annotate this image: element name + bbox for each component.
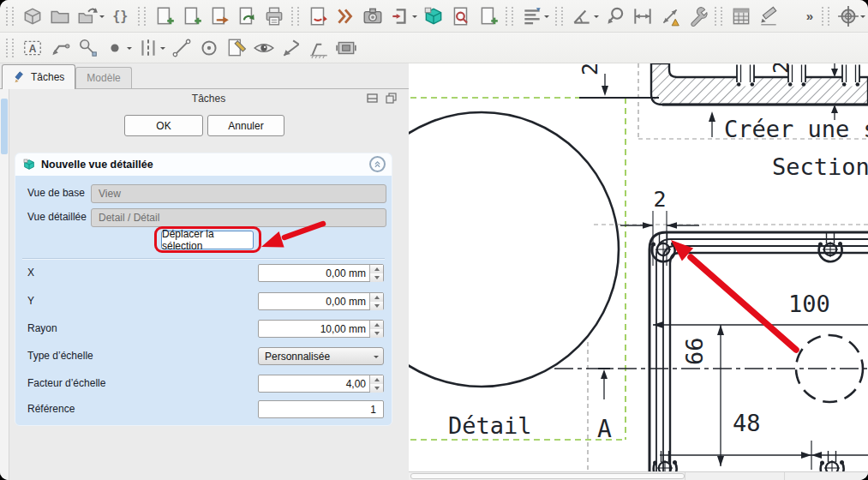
float-panel-icon[interactable] bbox=[386, 93, 397, 104]
cosmetic-line-icon[interactable] bbox=[169, 36, 195, 60]
dropdown-caret-icon[interactable] bbox=[160, 47, 165, 52]
center-circle-icon[interactable] bbox=[196, 36, 222, 60]
cancel-button[interactable]: Annuler bbox=[207, 115, 284, 136]
toolbar-drag-handle[interactable] bbox=[822, 7, 829, 26]
move-selection-button[interactable]: Déplacer la sélection bbox=[161, 231, 254, 249]
separator bbox=[22, 258, 385, 260]
hole-spacing-dimension: 48 bbox=[660, 410, 868, 470]
open-folder-icon[interactable] bbox=[47, 4, 73, 28]
clip-group-icon[interactable] bbox=[387, 4, 419, 28]
horizontal-scrollbar[interactable] bbox=[409, 471, 868, 480]
drawing-canvas[interactable]: 2 2 Créer une sec Section Détail bbox=[409, 63, 868, 480]
welding-symbol-icon[interactable] bbox=[278, 36, 304, 60]
toggle-invisible-edges-icon[interactable] bbox=[251, 36, 277, 60]
panel-scrollbar-handle[interactable] bbox=[1, 99, 8, 154]
toolbar-drag-handle[interactable] bbox=[555, 7, 563, 26]
toolbar-drag-handle[interactable] bbox=[506, 7, 513, 26]
balloon-icon[interactable] bbox=[75, 36, 100, 60]
scale-factor-spinner[interactable] bbox=[369, 375, 383, 392]
detail-view-field[interactable]: Detail / Détail bbox=[91, 208, 386, 227]
chevron-up-icon bbox=[372, 159, 383, 170]
tab-model[interactable]: Modèle bbox=[75, 67, 131, 88]
toolbar-drag-handle[interactable] bbox=[138, 7, 146, 26]
spin-up-icon[interactable] bbox=[370, 265, 383, 273]
y-input[interactable]: 0,00 mm bbox=[258, 292, 384, 310]
create-section-text: Créer une sec bbox=[724, 116, 868, 142]
techdraw-page: 2 2 Créer une sec Section Détail bbox=[409, 63, 868, 471]
detail-view-icon[interactable] bbox=[421, 4, 446, 28]
scale-factor-input[interactable]: 4,00 bbox=[258, 375, 384, 393]
x-input[interactable]: 0,00 mm bbox=[258, 264, 384, 282]
dropdown-caret-icon[interactable] bbox=[99, 15, 105, 21]
spin-up-icon[interactable] bbox=[370, 321, 383, 329]
new-page-icon[interactable] bbox=[152, 4, 177, 28]
cosmetic-eraser-icon[interactable] bbox=[224, 36, 249, 60]
spin-down-icon[interactable] bbox=[370, 384, 383, 393]
x-label: X bbox=[27, 267, 34, 279]
y-spinner[interactable] bbox=[369, 293, 383, 309]
radius-input[interactable]: 10,00 mm bbox=[258, 320, 384, 338]
insert-view-icon[interactable] bbox=[305, 4, 331, 28]
angle-dimension-icon[interactable] bbox=[569, 4, 601, 28]
collapse-button[interactable] bbox=[369, 156, 386, 172]
draft-annotation-icon[interactable] bbox=[756, 4, 781, 28]
export-page-icon[interactable] bbox=[75, 4, 106, 28]
toolbar-overflow-button[interactable]: » bbox=[801, 9, 818, 23]
groupbox-title: Nouvelle vue détaillée bbox=[41, 159, 153, 171]
dock-panel-icon[interactable] bbox=[367, 93, 378, 104]
radius-dimension-icon[interactable] bbox=[602, 4, 628, 28]
toolbar-drag-handle[interactable] bbox=[291, 7, 299, 26]
spin-down-icon[interactable] bbox=[370, 302, 383, 310]
base-view-field[interactable]: View bbox=[91, 184, 386, 203]
annotation-block-icon[interactable] bbox=[728, 4, 754, 28]
dropdown-caret-icon[interactable] bbox=[544, 15, 549, 21]
dropdown-caret-icon[interactable] bbox=[860, 15, 865, 21]
update-page-icon[interactable] bbox=[234, 4, 260, 28]
surface-finish-icon[interactable] bbox=[306, 36, 332, 60]
spin-up-icon[interactable] bbox=[370, 375, 383, 384]
dimension-style-icon[interactable] bbox=[519, 4, 551, 28]
hole-shaft-fit-icon[interactable] bbox=[333, 36, 359, 60]
repair-dimension-icon[interactable] bbox=[685, 4, 710, 28]
toolbar-drag-handle[interactable] bbox=[715, 7, 722, 26]
scrollbar-handle[interactable] bbox=[410, 473, 685, 479]
centerline-icon[interactable] bbox=[135, 36, 167, 60]
print-icon[interactable] bbox=[261, 4, 287, 28]
reference-label: Référence bbox=[27, 403, 75, 415]
spin-down-icon[interactable] bbox=[370, 329, 383, 338]
toolbar-drag-handle[interactable] bbox=[6, 7, 14, 26]
scale-type-combobox[interactable]: Personnalisée bbox=[258, 347, 384, 365]
dropdown-caret-icon[interactable] bbox=[127, 47, 132, 52]
insert-default-page-icon[interactable] bbox=[179, 4, 205, 28]
detail-view-label: Vue détaillée bbox=[27, 211, 87, 223]
scrollbar-tick bbox=[784, 472, 785, 480]
detail-circle bbox=[409, 112, 619, 387]
toolbar-drag-handle[interactable] bbox=[6, 39, 14, 57]
draft-view-icon[interactable] bbox=[476, 4, 501, 28]
dropdown-caret-icon[interactable] bbox=[412, 15, 417, 21]
dropdown-caret-icon[interactable] bbox=[594, 15, 599, 21]
redraw-page-icon[interactable] bbox=[207, 4, 232, 28]
axis-target-icon[interactable] bbox=[835, 4, 867, 28]
leader-line-icon[interactable] bbox=[47, 36, 73, 60]
rich-text-annotation-icon[interactable] bbox=[20, 36, 45, 60]
radius-spinner[interactable] bbox=[369, 321, 383, 337]
detail-label: Détail bbox=[448, 412, 532, 439]
techdraw-workbench-icon[interactable] bbox=[20, 4, 45, 28]
oblique-dimension-icon[interactable] bbox=[657, 4, 683, 28]
spin-up-icon[interactable] bbox=[370, 293, 383, 302]
section-line: A bbox=[554, 369, 868, 443]
length-dimension-icon[interactable] bbox=[630, 4, 655, 28]
reference-input[interactable]: 1 bbox=[258, 400, 384, 418]
x-spinner[interactable] bbox=[369, 265, 383, 281]
cosmetic-vertex-icon[interactable] bbox=[102, 36, 134, 60]
spin-down-icon[interactable] bbox=[370, 273, 383, 282]
spreadsheet-view-icon[interactable] bbox=[448, 4, 474, 28]
svg-text:66: 66 bbox=[681, 337, 708, 365]
macro-icon[interactable] bbox=[108, 4, 134, 28]
ok-button[interactable]: OK bbox=[124, 115, 203, 136]
panel-scrollbar[interactable] bbox=[0, 89, 9, 480]
insert-image-icon[interactable] bbox=[360, 4, 386, 28]
tab-tasks[interactable]: Tâches bbox=[2, 64, 75, 89]
project-shape-icon[interactable] bbox=[332, 4, 358, 28]
